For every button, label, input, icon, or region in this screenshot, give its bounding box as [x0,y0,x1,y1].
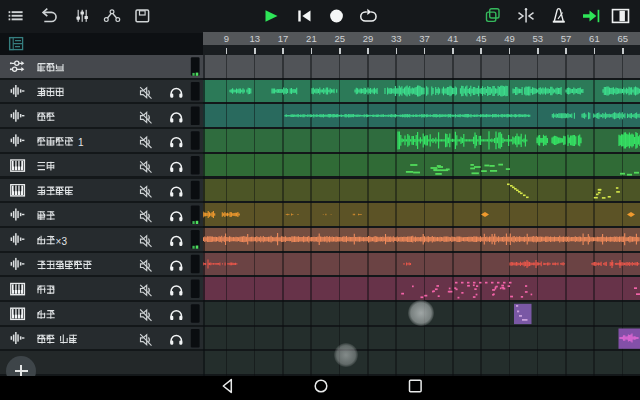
svg-text:3: 3 [62,236,68,247]
svg-text:1: 1 [78,137,84,148]
svg-text:×: × [55,236,61,247]
